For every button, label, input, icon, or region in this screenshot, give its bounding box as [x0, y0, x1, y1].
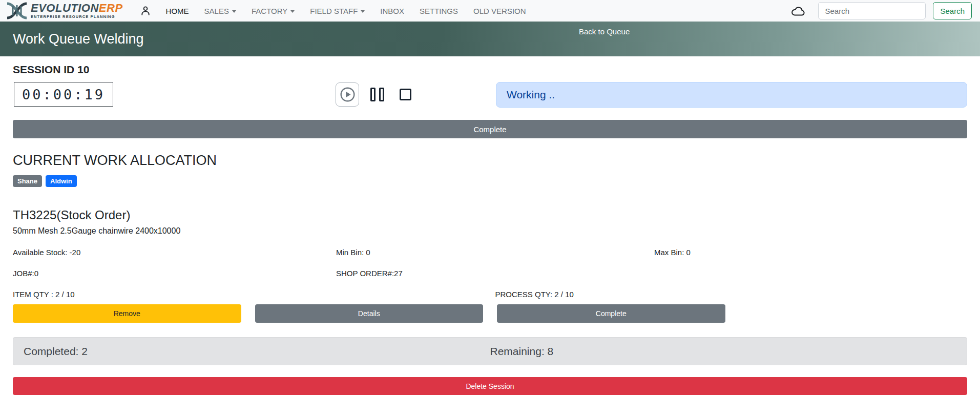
item-description: 50mm Mesh 2.5Gauge chainwire 2400x10000 — [13, 226, 967, 236]
pause-icon — [370, 88, 376, 101]
shop-order-number: SHOP ORDER#:27 — [331, 269, 649, 278]
main-content: SESSION ID 10 00:00:19 Working .. Comple… — [0, 64, 980, 395]
pause-button[interactable] — [370, 88, 384, 101]
pause-icon — [379, 88, 384, 101]
user-icon[interactable] — [140, 5, 151, 16]
order-stats-row: JOB#:0 SHOP ORDER#:27 — [13, 269, 967, 278]
page-header: Work Queue Welding Back to Queue — [0, 22, 980, 56]
timer-controls — [336, 82, 411, 107]
search-input[interactable] — [818, 2, 926, 19]
remove-button[interactable]: Remove — [13, 304, 241, 323]
nav-old-version[interactable]: OLD VERSION — [473, 7, 526, 15]
logo-title: EVOLUTION — [31, 2, 99, 14]
item-complete-button[interactable]: Complete — [497, 304, 725, 323]
page-title: Work Queue Welding — [13, 31, 144, 47]
stock-stats-row: Available Stock: -20 Min Bin: 0 Max Bin:… — [13, 248, 967, 257]
chevron-down-icon — [361, 10, 365, 13]
session-timer: 00:00:19 — [14, 82, 113, 107]
logo-subtitle: ENTERPRISE RESOURCE PLANNING — [31, 15, 123, 19]
nav-field-staff-label: FIELD STAFF — [310, 7, 358, 15]
worker-badge-shane[interactable]: Shane — [13, 175, 42, 187]
item-qty: ITEM QTY : 2 / 10 — [13, 290, 490, 299]
nav-sales[interactable]: SALES — [204, 7, 236, 15]
worker-badges: Shane Aldwin — [13, 175, 967, 187]
logo-title-accent: ERP — [99, 2, 123, 14]
top-navbar: EVOLUTIONERP ENTERPRISE RESOURCE PLANNIN… — [0, 0, 980, 22]
remaining-count: Remaining: 8 — [490, 345, 957, 358]
play-button[interactable] — [336, 82, 359, 107]
session-summary: Completed: 2 Remaining: 8 — [13, 337, 967, 365]
session-complete-button[interactable]: Complete — [13, 120, 967, 138]
chevron-down-icon — [290, 10, 295, 13]
navbar-right-group: Search — [791, 2, 972, 19]
delete-session-button[interactable]: Delete Session — [13, 377, 967, 395]
nav-factory[interactable]: FACTORY — [252, 7, 295, 15]
dna-logo-icon — [5, 2, 29, 20]
back-to-queue-link[interactable]: Back to Queue — [579, 27, 630, 36]
completed-count: Completed: 2 — [24, 345, 490, 358]
item-action-row: Remove Details Complete — [13, 304, 967, 323]
max-bin: Max Bin: 0 — [649, 248, 967, 257]
stop-button[interactable] — [400, 89, 411, 100]
logo-text: EVOLUTIONERP ENTERPRISE RESOURCE PLANNIN… — [31, 3, 123, 19]
app-logo[interactable]: EVOLUTIONERP ENTERPRISE RESOURCE PLANNIN… — [5, 2, 123, 20]
nav-home[interactable]: HOME — [166, 7, 189, 15]
min-bin: Min Bin: 0 — [331, 248, 649, 257]
allocation-heading: CURRENT WORK ALLOCATION — [13, 153, 967, 169]
session-timer-row: 00:00:19 Working .. — [13, 82, 967, 108]
process-qty: PROCESS QTY: 2 / 10 — [490, 290, 968, 299]
nav-field-staff[interactable]: FIELD STAFF — [310, 7, 365, 15]
available-stock: Available Stock: -20 — [13, 248, 331, 257]
job-number: JOB#:0 — [13, 269, 331, 278]
details-button[interactable]: Details — [255, 304, 484, 323]
nav-sales-label: SALES — [204, 7, 229, 15]
nav-factory-label: FACTORY — [252, 7, 287, 15]
nav-settings[interactable]: SETTINGS — [420, 7, 458, 15]
play-circle-icon — [340, 87, 356, 102]
chevron-down-icon — [232, 10, 236, 13]
worker-badge-aldwin[interactable]: Aldwin — [46, 175, 77, 187]
item-title: TH3225(Stock Order) — [13, 208, 967, 222]
search-button[interactable]: Search — [933, 2, 972, 19]
session-status-alert: Working .. — [496, 82, 967, 108]
session-id-heading: SESSION ID 10 — [13, 64, 967, 76]
cloud-icon[interactable] — [791, 6, 805, 16]
nav-inbox[interactable]: INBOX — [380, 7, 404, 15]
qty-stats-row: ITEM QTY : 2 / 10 PROCESS QTY: 2 / 10 — [13, 290, 967, 299]
